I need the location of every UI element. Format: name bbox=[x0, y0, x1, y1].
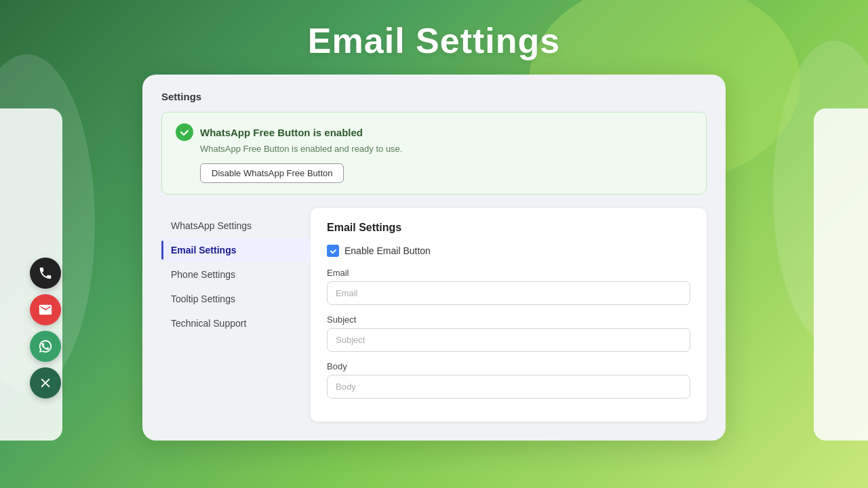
email-field-group: Email bbox=[327, 268, 690, 305]
whatsapp-icon bbox=[38, 339, 53, 354]
nav-item-phone[interactable]: Phone Settings bbox=[161, 262, 311, 287]
page-title: Email Settings bbox=[0, 0, 868, 75]
body-field-group: Body bbox=[327, 361, 690, 399]
nav-item-email[interactable]: Email Settings bbox=[161, 238, 311, 262]
subject-field-label: Subject bbox=[327, 314, 690, 325]
nav-item-tooltip[interactable]: Tooltip Settings bbox=[161, 287, 311, 311]
nav-item-support[interactable]: Technical Support bbox=[161, 311, 311, 336]
close-button[interactable] bbox=[30, 367, 61, 399]
left-nav: WhatsApp Settings Email Settings Phone S… bbox=[161, 208, 311, 422]
panel-title: Email Settings bbox=[327, 222, 690, 234]
checkbox-checkmark bbox=[330, 247, 337, 255]
checkmark-svg bbox=[180, 127, 189, 137]
two-col-layout: WhatsApp Settings Email Settings Phone S… bbox=[161, 208, 707, 422]
disable-whatsapp-button[interactable]: Disable WhatsApp Free Button bbox=[200, 163, 344, 183]
enable-email-label: Enable Email Button bbox=[344, 245, 431, 256]
nav-item-whatsapp[interactable]: WhatsApp Settings bbox=[161, 214, 311, 238]
close-icon bbox=[38, 375, 53, 390]
body-input[interactable] bbox=[327, 375, 690, 399]
email-icon bbox=[38, 302, 53, 317]
subject-input[interactable] bbox=[327, 328, 690, 352]
status-subtitle: WhatsApp Free Button is enabled and read… bbox=[200, 144, 692, 154]
right-panel-peek bbox=[814, 108, 868, 441]
enable-email-row[interactable]: Enable Email Button bbox=[327, 245, 690, 257]
status-banner: WhatsApp Free Button is enabled WhatsApp… bbox=[161, 112, 707, 195]
body-field-label: Body bbox=[327, 361, 690, 371]
check-circle-icon bbox=[176, 123, 193, 141]
enable-email-checkbox[interactable] bbox=[327, 245, 339, 257]
email-button[interactable] bbox=[30, 294, 61, 325]
side-buttons-container bbox=[30, 258, 61, 399]
whatsapp-button[interactable] bbox=[30, 331, 61, 362]
email-field-label: Email bbox=[327, 268, 690, 278]
email-input[interactable] bbox=[327, 281, 690, 305]
right-panel: Email Settings Enable Email Button Email… bbox=[311, 208, 707, 422]
status-title: WhatsApp Free Button is enabled bbox=[200, 127, 363, 138]
phone-icon bbox=[38, 266, 53, 281]
subject-field-group: Subject bbox=[327, 314, 690, 352]
phone-button[interactable] bbox=[30, 258, 61, 289]
main-card: Settings WhatsApp Free Button is enabled… bbox=[142, 75, 726, 441]
status-banner-top: WhatsApp Free Button is enabled bbox=[176, 123, 692, 141]
settings-label: Settings bbox=[161, 91, 707, 102]
